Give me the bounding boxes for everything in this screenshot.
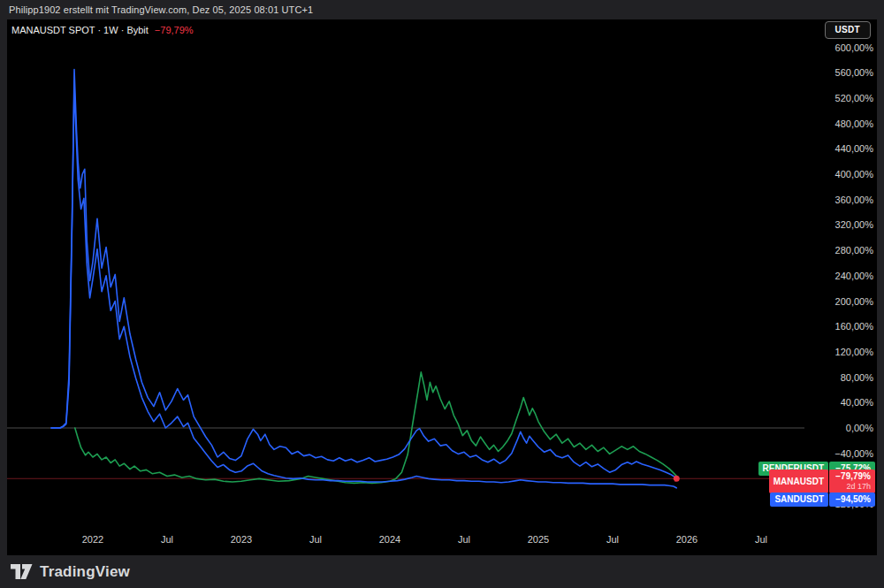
y-axis-tick: −40,00% [834, 448, 873, 459]
y-axis-tick: 600,00% [835, 42, 874, 53]
price-label-value: −79,79% [835, 472, 871, 481]
attribution-bar: Philipp1902 erstellt mit TradingView.com… [0, 0, 884, 19]
x-axis-tick: Jul [458, 534, 470, 545]
x-axis-tick: Jul [161, 534, 173, 545]
price-label-manausdt[interactable]: MANAUSDT −79,79% 2d 17h [769, 470, 875, 493]
price-chart-canvas[interactable]: 600,00%560,00%520,00%480,00%440,00%400,0… [7, 19, 877, 555]
symbol-change-percent: −79,79% [155, 25, 194, 35]
x-axis-tick: 2024 [379, 534, 400, 545]
price-label-value: −94,50% [835, 495, 871, 504]
y-axis-tick: 240,00% [835, 271, 874, 281]
x-axis-tick: 2023 [231, 534, 252, 545]
currency-toggle-button[interactable]: USDT [825, 21, 871, 39]
last-price-dot [674, 476, 680, 482]
x-axis-tick: 2022 [82, 534, 103, 545]
y-axis-tick: 360,00% [835, 195, 874, 205]
bar-countdown: 2d 17h [846, 483, 871, 491]
symbol-legend[interactable]: MANAUSDT SPOT · 1W · Bybit−79,79% [11, 25, 194, 35]
x-axis-tick: Jul [606, 534, 619, 545]
y-axis-tick: 160,00% [835, 321, 874, 332]
price-label-symbol: MANAUSDT [769, 470, 828, 493]
tradingview-share-frame: { "frame": { "attribution": "Philipp1902… [0, 0, 884, 588]
y-axis-tick: 120,00% [835, 347, 874, 357]
y-axis-tick: 520,00% [835, 93, 874, 103]
price-label-sandusdt[interactable]: SANDUSDT −94,50% [770, 493, 875, 507]
symbol-title: MANAUSDT SPOT · 1W · Bybit [11, 25, 149, 35]
y-axis-tick: 200,00% [835, 296, 874, 307]
tradingview-logo-icon [11, 564, 33, 579]
y-axis-tick: 400,00% [835, 169, 874, 179]
y-axis-tick: 0,00% [846, 423, 873, 433]
y-axis-tick: 320,00% [835, 219, 874, 230]
y-axis-tick: 280,00% [835, 245, 874, 256]
y-axis-tick: 440,00% [835, 143, 874, 154]
x-axis-tick: Jul [309, 534, 322, 545]
y-axis-tick: 40,00% [841, 397, 874, 408]
attribution-text: Philipp1902 erstellt mit TradingView.com… [9, 4, 313, 15]
chart-pane[interactable]: 600,00%560,00%520,00%480,00%440,00%400,0… [7, 19, 877, 555]
y-axis-tick: 560,00% [835, 67, 874, 78]
y-axis-tick: 80,00% [841, 372, 874, 383]
branding-bar: TradingView [0, 555, 884, 588]
x-axis-tick: 2026 [676, 534, 697, 545]
y-axis-tick: 480,00% [835, 118, 874, 129]
x-axis-tick: Jul [755, 534, 767, 545]
tradingview-wordmark: TradingView [40, 563, 130, 581]
x-axis-tick: 2025 [528, 534, 549, 545]
price-label-symbol: SANDUSDT [770, 493, 828, 507]
series-line-manausdt[interactable] [51, 70, 676, 479]
